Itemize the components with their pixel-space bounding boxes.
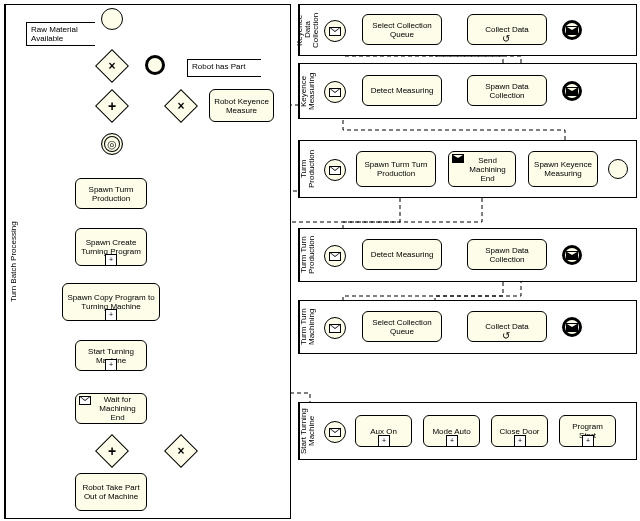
lane-label: Turm Turn Machining xyxy=(299,301,316,353)
task-spawn-turm-prod: Spawn Turm Production xyxy=(75,178,147,209)
annotation-robot-part: Robot has Part xyxy=(187,59,261,77)
envelope-icon xyxy=(329,252,341,261)
lane-turm-prod: Turm Production Spawn Turm Turn Producti… xyxy=(298,140,637,198)
lane-turn-batch: Turn Batch Processing xyxy=(4,4,291,519)
subprocess-marker: + xyxy=(378,435,390,447)
msg-end-event xyxy=(562,81,582,101)
envelope-icon xyxy=(329,27,341,36)
subprocess-marker: + xyxy=(582,435,594,447)
envelope-dark-icon xyxy=(566,251,578,260)
msg-start-event xyxy=(324,421,346,443)
task-detect-meas: Detect Measuring xyxy=(362,239,442,270)
subprocess-marker: + xyxy=(105,309,117,321)
cond-event: ◎ xyxy=(101,133,123,155)
start-event xyxy=(101,8,123,30)
subprocess-marker: + xyxy=(446,435,458,447)
lane-label: Keyence Data Collection xyxy=(299,5,316,55)
envelope-icon xyxy=(329,166,341,175)
end-event xyxy=(608,159,628,179)
end-event-main xyxy=(145,55,165,75)
subprocess-marker: + xyxy=(105,254,117,266)
envelope-icon xyxy=(329,428,341,437)
task-label: Wait for Machining End xyxy=(93,395,142,422)
task-take-part: Robot Take Part Out of Machine xyxy=(75,473,147,511)
envelope-dark-icon xyxy=(452,154,464,163)
msg-end-event xyxy=(562,20,582,40)
msg-start-event xyxy=(324,245,346,267)
envelope-dark-icon xyxy=(566,323,578,332)
lane-label: Turm Production xyxy=(299,141,316,197)
task-label: Send Machining End xyxy=(464,156,511,183)
lane-label: Keyence Measuring xyxy=(299,64,316,118)
lane-label-main: Turn Batch Processing xyxy=(5,5,22,518)
subprocess-marker: + xyxy=(514,435,526,447)
loop-icon: ↺ xyxy=(502,330,510,341)
lane-keyence-meas: Keyence Measuring Detect Measuring Spawn… xyxy=(298,63,637,119)
bpmn-diagram: Turn Batch Processing Raw Material Avail… xyxy=(0,0,640,521)
task-spawn-dc: Spawn Data Collection xyxy=(467,75,547,106)
task-select-queue: Select Collection Queue xyxy=(362,14,442,45)
task-spawn-dc: Spawn Data Collection xyxy=(467,239,547,270)
subprocess-marker: + xyxy=(105,359,117,371)
task-spawn-keyence-meas: Spawn Keyence Measuring xyxy=(528,151,598,187)
lane-start-turning: Start Turning Machine Aux On + Mode Auto… xyxy=(298,402,637,460)
envelope-dark-icon xyxy=(566,87,578,96)
envelope-dark-icon xyxy=(566,26,578,35)
lane-keyence-dc: Keyence Data Collection Select Collectio… xyxy=(298,4,637,56)
lane-label: Start Turning Machine xyxy=(299,403,316,459)
task-detect-meas: Detect Measuring xyxy=(362,75,442,106)
msg-start-event xyxy=(324,81,346,103)
envelope-icon xyxy=(329,88,341,97)
task-wait-end: Wait for Machining End xyxy=(75,393,147,424)
msg-start-event xyxy=(324,317,346,339)
lane-label: Turm Turn Production xyxy=(299,229,316,281)
msg-start-event xyxy=(324,20,346,42)
lane-turn-mach: Turm Turn Machining Select Collection Qu… xyxy=(298,300,637,354)
annotation-raw-material: Raw Material Available xyxy=(26,22,95,46)
lane-turn-prod: Turm Turn Production Detect Measuring Sp… xyxy=(298,228,637,282)
task-spawn-turn-prod: Spawn Turm Turn Production xyxy=(356,151,436,187)
msg-end-event xyxy=(562,317,582,337)
task-send-end: Send Machining End xyxy=(448,151,516,187)
msg-start-event xyxy=(324,159,346,181)
msg-end-event xyxy=(562,245,582,265)
loop-icon: ↺ xyxy=(502,33,510,44)
envelope-icon xyxy=(79,396,91,405)
task-select-queue: Select Collection Queue xyxy=(362,311,442,342)
envelope-icon xyxy=(329,324,341,333)
task-robot-keyence: Robot Keyence Measure xyxy=(209,89,274,122)
